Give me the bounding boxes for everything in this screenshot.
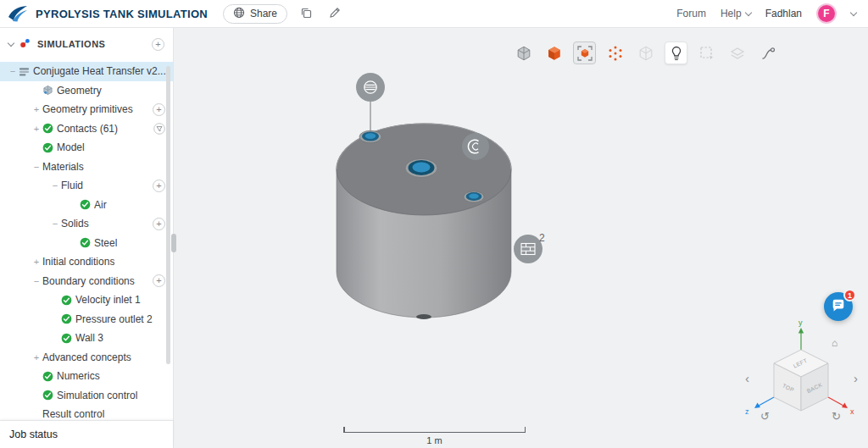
- add-button[interactable]: +: [153, 274, 165, 287]
- sidebar-scrollbar[interactable]: [166, 66, 170, 364]
- add-button[interactable]: +: [153, 180, 165, 192]
- wall-badge[interactable]: [514, 235, 542, 263]
- tree-item-solids[interactable]: −Solids+: [0, 214, 173, 234]
- copy-icon: [300, 7, 312, 21]
- user-name: Fadhlan: [765, 8, 802, 19]
- pencil-icon: [329, 7, 341, 21]
- avatar[interactable]: F: [816, 3, 837, 24]
- support-chat-button[interactable]: 1: [824, 292, 853, 321]
- job-status-bar[interactable]: Job status: [0, 420, 173, 448]
- rotate-ccw-icon[interactable]: ↺: [760, 411, 770, 422]
- share-button[interactable]: Share: [223, 4, 287, 24]
- pressure-outlet-badge[interactable]: [462, 133, 489, 160]
- add-button[interactable]: +: [153, 218, 165, 230]
- check-icon: [80, 199, 94, 210]
- expander-minus-icon[interactable]: −: [31, 276, 42, 286]
- scale-bar-line: [343, 428, 526, 433]
- tree-item-label: Velocity inlet 1: [75, 294, 141, 306]
- check-icon: [42, 142, 57, 153]
- tree-item-simulation-control[interactable]: Simulation control: [0, 386, 173, 406]
- tree-item-model[interactable]: Model: [0, 138, 173, 158]
- velocity-inlet-badge[interactable]: [356, 73, 385, 102]
- scale-bar-label: 1 m: [343, 435, 526, 445]
- sidebar-splitter-handle[interactable]: [171, 234, 176, 252]
- tree-item-geometry[interactable]: Geometry: [0, 81, 173, 101]
- collapse-chevron-down-icon[interactable]: [8, 39, 14, 46]
- check-icon: [61, 313, 75, 324]
- tree-item-result-control[interactable]: Result control: [0, 405, 173, 420]
- tree-item-label: Steel: [94, 237, 117, 249]
- tree-item-label: Geometry: [57, 85, 102, 97]
- simulations-header[interactable]: SIMULATIONS +: [0, 33, 173, 55]
- add-simulation-button[interactable]: +: [152, 38, 164, 51]
- help-menu[interactable]: Help: [721, 8, 751, 19]
- tree-item-wall-3[interactable]: Wall 3: [0, 329, 173, 348]
- tree-item-conjugate-heat-transfer-v2[interactable]: −Conjugate Heat Transfer v2...: [0, 62, 173, 81]
- expander-minus-icon[interactable]: −: [49, 180, 61, 191]
- tree-item-initial-conditions[interactable]: +Initial conditions: [0, 252, 173, 272]
- tree-item-materials[interactable]: −Materials: [0, 158, 173, 177]
- tree-item-steel[interactable]: Steel: [0, 234, 173, 253]
- tree-item-label: Pressure outlet 2: [75, 313, 153, 325]
- waves-logo-icon[interactable]: [7, 3, 29, 24]
- tree-item-label: Geometry primitives: [42, 103, 133, 115]
- viewer-canvas[interactable]: 2 1 m y x z LEFT TOP BACK: [174, 28, 868, 448]
- check-icon: [61, 333, 75, 344]
- tree-item-fluid[interactable]: −Fluid+: [0, 176, 173, 196]
- account-chevron-down-icon[interactable]: [850, 8, 857, 15]
- check-icon: [80, 237, 94, 248]
- tree-item-numerics[interactable]: Numerics: [0, 367, 173, 386]
- rename-project-button[interactable]: [325, 3, 345, 24]
- job-status-label: Job status: [9, 429, 58, 440]
- share-button-label: Share: [250, 8, 277, 19]
- outlet-port-right[interactable]: [464, 191, 484, 202]
- expander-minus-icon[interactable]: −: [7, 66, 19, 76]
- add-button[interactable]: +: [153, 103, 165, 116]
- help-menu-label: Help: [721, 8, 742, 19]
- tree-item-pressure-outlet-2[interactable]: Pressure outlet 2: [0, 310, 173, 329]
- mesh-view-icon[interactable]: [573, 41, 596, 64]
- tree-item-air[interactable]: Air: [0, 196, 173, 215]
- tree-item-geometry-primitives[interactable]: +Geometry primitives+: [0, 100, 173, 119]
- rotate-right-chevron-icon[interactable]: ›: [854, 372, 858, 384]
- page-title: PYROLYSIS TANK SIMULATION: [36, 8, 208, 20]
- geom-icon: [42, 85, 57, 96]
- expander-plus-icon[interactable]: +: [31, 352, 42, 362]
- tree-item-label: Numerics: [57, 370, 100, 382]
- top-bar: PYROLYSIS TANK SIMULATION Share F: [0, 0, 868, 28]
- expander-plus-icon[interactable]: +: [31, 124, 42, 134]
- rotate-left-chevron-icon[interactable]: ‹: [745, 372, 749, 384]
- geometry-view-icon[interactable]: [542, 41, 565, 64]
- box-select-icon[interactable]: [695, 41, 718, 64]
- forum-link[interactable]: Forum: [676, 8, 706, 19]
- tree-item-label: Advanced concepts: [42, 351, 131, 363]
- copy-project-button[interactable]: [296, 3, 316, 24]
- show-hidden-icon[interactable]: [665, 41, 687, 64]
- mesh-points-icon[interactable]: [604, 41, 626, 64]
- clip-plane-icon[interactable]: [726, 41, 748, 64]
- sim-icon: [19, 66, 33, 77]
- view-cube[interactable]: y x z LEFT TOP BACK ⌂ ‹ › ↺ ↻: [740, 316, 865, 445]
- expander-plus-icon[interactable]: +: [31, 257, 42, 267]
- inlet-port-left[interactable]: [359, 130, 381, 142]
- tree-item-label: Conjugate Heat Transfer v2...: [33, 65, 166, 77]
- tree-item-label: Result control: [42, 408, 104, 420]
- tree-item-contacts-61[interactable]: +Contacts (61): [0, 119, 173, 139]
- tree-item-velocity-inlet-1[interactable]: Velocity inlet 1: [0, 290, 173, 310]
- rotate-cw-icon[interactable]: ↻: [832, 411, 841, 422]
- expander-minus-icon[interactable]: −: [31, 162, 42, 172]
- bottom-outlet-port[interactable]: [416, 314, 431, 319]
- chat-icon: [831, 298, 846, 316]
- chat-unread-badge: 1: [843, 289, 856, 301]
- probe-point-icon[interactable]: [756, 41, 779, 64]
- view-mode-cube-icon[interactable]: [512, 41, 535, 64]
- tree-item-advanced-concepts[interactable]: +Advanced concepts: [0, 348, 173, 368]
- tree-item-boundary-conditions[interactable]: −Boundary conditions+: [0, 272, 173, 291]
- expander-plus-icon[interactable]: +: [31, 104, 42, 114]
- wall-badge-count: 2: [539, 232, 545, 244]
- expander-minus-icon[interactable]: −: [49, 218, 61, 229]
- wireframe-view-icon[interactable]: [634, 41, 657, 64]
- filter-icon[interactable]: [153, 123, 165, 135]
- home-icon[interactable]: ⌂: [832, 338, 837, 348]
- center-port[interactable]: [405, 159, 437, 178]
